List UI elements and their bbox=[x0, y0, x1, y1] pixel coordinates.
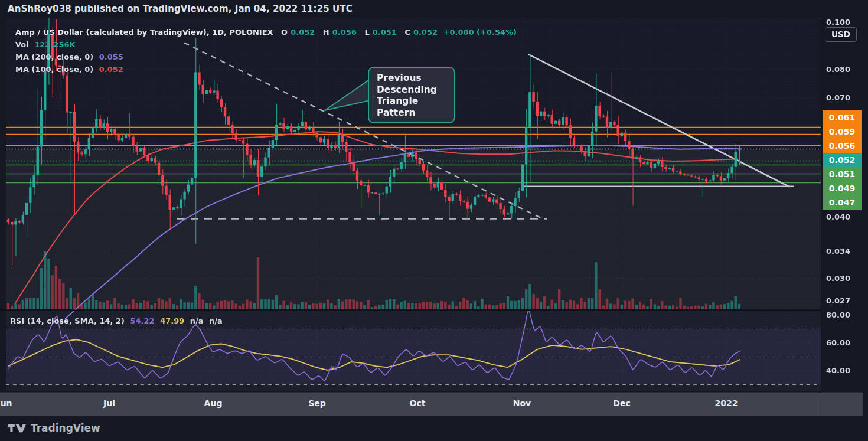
low-label: L bbox=[364, 28, 369, 37]
publish-info: AnShRoy038 published on TradingView.com,… bbox=[8, 4, 353, 14]
tradingview-logo[interactable]: TradingView bbox=[8, 422, 100, 434]
price-tick-0.027: 0.027 bbox=[826, 296, 850, 305]
month-label-Jul: Jul bbox=[103, 398, 115, 408]
high-value: 0.056 bbox=[332, 28, 357, 37]
ma100-value: 0.052 bbox=[99, 65, 123, 74]
price-tick-0.034: 0.034 bbox=[826, 247, 850, 256]
close-value: 0.052 bbox=[413, 28, 438, 37]
price-tick-0.030: 0.030 bbox=[826, 273, 850, 282]
rsi-tick-60.00: 60.00 bbox=[826, 338, 850, 347]
ma200-label: MA (200, close, 0) bbox=[15, 53, 93, 61]
price-tick-0.040: 0.040 bbox=[826, 212, 850, 221]
time-axis[interactable]: JunJulAugSepOctNovDec2022 bbox=[0, 392, 863, 417]
tradingview-logo-text: TradingView bbox=[31, 422, 100, 434]
price-tick-0.100: 0.100 bbox=[826, 17, 850, 26]
price-badge-0.061: 0.061 bbox=[823, 110, 862, 125]
symbol-row: Amp / US Dollar (calculated by TradingVi… bbox=[15, 26, 517, 38]
pattern-callout[interactable]: Previous Descending Triangle Pattern bbox=[368, 67, 455, 123]
low-value: 0.051 bbox=[373, 28, 397, 37]
symbol-title: Amp / US Dollar (calculated by TradingVi… bbox=[15, 28, 273, 37]
callout-line-4: Pattern bbox=[377, 107, 454, 119]
month-label-2022: 2022 bbox=[715, 398, 738, 408]
price-badge-0.056: 0.056 bbox=[823, 139, 862, 153]
close-label: C bbox=[404, 28, 410, 37]
price-badge-0.059: 0.059 bbox=[823, 125, 862, 139]
month-label-Sep: Sep bbox=[308, 398, 326, 408]
high-label: H bbox=[323, 28, 329, 37]
rsi-value: 54.22 bbox=[130, 316, 154, 325]
rsi-label: RSI (14, close, SMA, 14, 2) bbox=[10, 316, 125, 325]
ma100-label: MA (100, close, 0) bbox=[15, 65, 93, 74]
open-value: 0.052 bbox=[291, 28, 315, 37]
callout-line-3: Triangle bbox=[377, 96, 454, 107]
rsi-tick-80.00: 80.00 bbox=[826, 311, 850, 319]
callout-line-2: Descending bbox=[377, 84, 454, 96]
change-value: +0.000 (+0.54%) bbox=[443, 28, 517, 37]
tradingview-logo-icon bbox=[8, 423, 26, 434]
rsi-na1: n/a bbox=[190, 316, 204, 325]
open-label: O bbox=[281, 28, 288, 37]
ma200-value: 0.055 bbox=[99, 53, 123, 61]
month-label-Jun: Jun bbox=[0, 398, 12, 408]
month-label-Nov: Nov bbox=[513, 398, 531, 408]
ma200-row: MA (200, close, 0) 0.055 bbox=[15, 51, 517, 63]
price-badge-0.047: 0.047 bbox=[823, 195, 862, 210]
rsi-sma-value: 47.99 bbox=[160, 316, 184, 325]
footer-bar: TradingView bbox=[0, 416, 868, 441]
volume-label: Vol bbox=[15, 40, 29, 49]
rsi-na2: n/a bbox=[209, 316, 223, 325]
publish-bar: AnShRoy038 published on TradingView.com,… bbox=[0, 0, 868, 18]
rsi-legend: RSI (14, close, SMA, 14, 2) 54.22 47.99 … bbox=[10, 316, 223, 325]
price-badge-0.049: 0.049 bbox=[823, 181, 862, 195]
rsi-tick-40.00: 40.00 bbox=[826, 366, 850, 375]
price-tick-0.070: 0.070 bbox=[826, 93, 850, 102]
price-badge-0.051: 0.051 bbox=[823, 167, 862, 181]
axis-divider bbox=[821, 393, 821, 416]
month-label-Aug: Aug bbox=[204, 398, 223, 408]
price-tick-0.080: 0.080 bbox=[826, 65, 850, 74]
volume-row: Vol 122.256K bbox=[15, 38, 517, 51]
volume-value: 122.256K bbox=[34, 40, 75, 49]
month-label-Dec: Dec bbox=[613, 398, 630, 408]
callout-line-1: Previous bbox=[377, 73, 454, 84]
price-badge-0.052: 0.052 bbox=[823, 153, 862, 167]
tradingview-snapshot: AnShRoy038 published on TradingView.com,… bbox=[0, 0, 868, 441]
currency-toggle-button[interactable]: USD bbox=[825, 27, 857, 42]
month-label-Oct: Oct bbox=[410, 398, 426, 408]
